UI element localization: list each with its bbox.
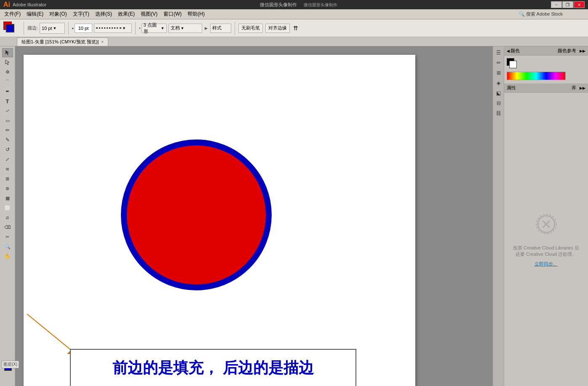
align-icon[interactable]: ⇈ (293, 25, 298, 32)
tool-scissors[interactable]: ✂ (2, 232, 13, 241)
separator-4 (235, 22, 235, 35)
tool-artboard[interactable]: ⬜ (2, 203, 13, 212)
tool-rotate[interactable]: ↺ (2, 145, 13, 154)
links-panel-btn[interactable]: ⛓ (494, 109, 503, 118)
properties-panel-label: 属性 (507, 85, 516, 91)
opacity-dropdown[interactable]: 文档 ▼ (168, 24, 202, 33)
tool-scale[interactable]: ⤢ (2, 155, 13, 164)
document-tab[interactable]: 绘图1-矢量 [151% (CMYK/预览 预览)] × (17, 38, 108, 46)
left-toolbox: ✲ ⌒ ✒ T / ▭ ✏ ✎ ↺ ⤢ ≋ ⊞ (0, 46, 15, 386)
right-icon-panel: ☰ ✏ ⊞ ◈ ⬕ ⊟ ⛓ (493, 46, 504, 386)
main-toolbar: 描边: 10 pt ▼ ▪ ▼ ▪ 3 点圆形 ▼ 文档 ▼ ▶ 样式 无刷毛笔… (0, 19, 588, 37)
stroke-color-box[interactable] (6, 24, 14, 32)
tab-close-btn[interactable]: × (101, 40, 104, 44)
tool-warp[interactable]: ≋ (2, 164, 13, 174)
cloud-section: 投票 Creative Cloud Libraries 后还要 Creative… (504, 93, 588, 386)
tool-line[interactable]: / (2, 106, 13, 115)
annotation-box: 前边的是填充， 后边的是描边 (70, 349, 356, 386)
style-dropdown[interactable]: 样式 (210, 24, 231, 33)
annotation-text: 前边的是填充， 后边的是描边 (112, 358, 314, 378)
selection-icon (5, 50, 11, 56)
tool-hand[interactable]: ✋ (2, 252, 13, 261)
tool-eraser[interactable]: ⌫ (2, 222, 13, 232)
stroke-dropdown[interactable]: 10 pt ▼ (40, 23, 65, 34)
minimize-button[interactable]: － (551, 1, 562, 8)
ellipse-object[interactable] (116, 135, 276, 295)
cloud-svg (534, 212, 559, 237)
tool-graph[interactable]: ▦ (2, 193, 13, 203)
tool-pencil[interactable]: ✎ (2, 135, 13, 145)
tool-magic-wand[interactable]: ✲ (2, 67, 13, 77)
tool-rectangle[interactable]: ▭ (2, 116, 13, 125)
app-title: Adobe Illustrator (13, 2, 46, 7)
title-bar: Ai Adobe Illustrator 微信圆形头像制作 微信圆形头像制作 －… (0, 0, 588, 9)
color-panel-title: 颜色 (510, 48, 520, 54)
stroke-weight-input[interactable] (75, 24, 92, 33)
align-edges-btn[interactable]: 对齐边缘 (265, 24, 290, 33)
menu-items: 文件(F) 编辑(E) 对象(O) 文字(T) 选择(S) 效果(E) 视图(V… (2, 10, 207, 19)
direct-selection-icon (5, 59, 11, 65)
properties-panel-header[interactable]: 属性 库 ▶▶ (504, 83, 588, 93)
separator-3 (135, 22, 136, 35)
tool-slice[interactable]: ⧄ (2, 213, 13, 222)
tool-direct-selection[interactable] (2, 58, 13, 67)
menu-select[interactable]: 选择(S) (93, 10, 115, 19)
svg-point-0 (124, 142, 269, 287)
canvas-area[interactable]: 前边的是填充， 后边的是描边 (15, 46, 493, 386)
white-swatch[interactable] (509, 61, 517, 68)
menu-help[interactable]: 帮助(H) (185, 10, 207, 19)
menu-view[interactable]: 视图(V) (138, 10, 160, 19)
tool-zoom[interactable]: 🔍 (2, 242, 13, 251)
symbols-panel-btn[interactable]: ◈ (494, 78, 503, 88)
properties-panel-btn[interactable]: ☰ (494, 48, 503, 57)
close-button[interactable]: ✕ (574, 1, 585, 8)
menu-window[interactable]: 窗口(W) (161, 10, 184, 19)
tool-paintbrush[interactable]: ✏ (2, 126, 13, 135)
doc-tab-title: 绘图1-矢量 [151% (CMYK/预览 预览)] (21, 39, 99, 45)
transform-panel-btn[interactable]: ⬕ (494, 88, 503, 98)
app-version: 微信圆形头像制作 微信圆形头像制作 (260, 2, 337, 8)
window-controls: － ❐ ✕ (551, 1, 585, 8)
tool-selection[interactable] (2, 48, 13, 57)
libraries-panel-label: 库 (572, 85, 576, 91)
search-label: 🔍 搜索 Adobe Stock (519, 11, 563, 17)
stroke-style-dropdown[interactable]: ▼ (94, 24, 132, 33)
menu-edit[interactable]: 编辑(E) (24, 10, 46, 19)
fill-stroke-indicator[interactable] (3, 21, 18, 35)
color-ref-panel-title: 颜色参考 (558, 48, 576, 54)
toolbar-label-stroke: 描边: (27, 25, 38, 31)
ellipse-svg (116, 135, 276, 295)
tool-symbol-sprayer[interactable]: ⊛ (2, 184, 13, 193)
no-brush-btn[interactable]: 无刷毛笔 (238, 24, 263, 33)
cloud-text: 投票 Creative Cloud Libraries 后还要 Creative… (511, 245, 581, 257)
menu-object[interactable]: 对象(O) (47, 10, 69, 19)
restore-button[interactable]: ❐ (562, 1, 573, 8)
menu-effect[interactable]: 效果(E) (115, 10, 137, 19)
tool-pen[interactable]: ✒ (2, 87, 13, 96)
stroke-shape-dropdown[interactable]: 3 点圆形 ▼ (142, 24, 167, 33)
color-swatch-indicator[interactable] (507, 58, 520, 70)
cloud-link[interactable]: 立即同步。 (535, 261, 558, 267)
app-logo: Ai (3, 1, 10, 8)
swatches-panel-btn[interactable]: ⊞ (494, 68, 503, 78)
menu-type[interactable]: 文字(T) (70, 10, 92, 19)
tool-lasso[interactable]: ⌒ (2, 77, 13, 86)
color-panel-header[interactable]: ◀ 颜色 颜色参考 ▶▶ (504, 46, 588, 56)
svg-line-1 (27, 314, 73, 352)
main-layout: ✲ ⌒ ✒ T / ▭ ✏ ✎ ↺ ⤢ ≋ ⊞ (0, 46, 588, 386)
color-spectrum[interactable] (507, 72, 566, 80)
menu-bar: 文件(F) 编辑(E) 对象(O) 文字(T) 选择(S) 效果(E) 视图(V… (0, 9, 588, 19)
separator-2 (68, 22, 69, 35)
panels-area: ◀ 颜色 颜色参考 ▶▶ 属性 库 ▶▶ (504, 46, 588, 386)
cloud-icon (534, 212, 559, 241)
layers-panel-btn[interactable]: ⊟ (494, 99, 503, 108)
separator-1 (24, 22, 24, 35)
tool-type[interactable]: T (2, 96, 13, 106)
layer-tooltip: 图层(X) (2, 361, 19, 368)
artboard: 前边的是填充， 后边的是描边 (24, 55, 415, 386)
tool-free-transform[interactable]: ⊞ (2, 174, 13, 183)
brush-panel-btn[interactable]: ✏ (494, 58, 503, 67)
menu-file[interactable]: 文件(F) (2, 10, 23, 19)
stroke-weight-input-area: ▪ (72, 24, 92, 33)
color-panel-content (504, 56, 588, 83)
